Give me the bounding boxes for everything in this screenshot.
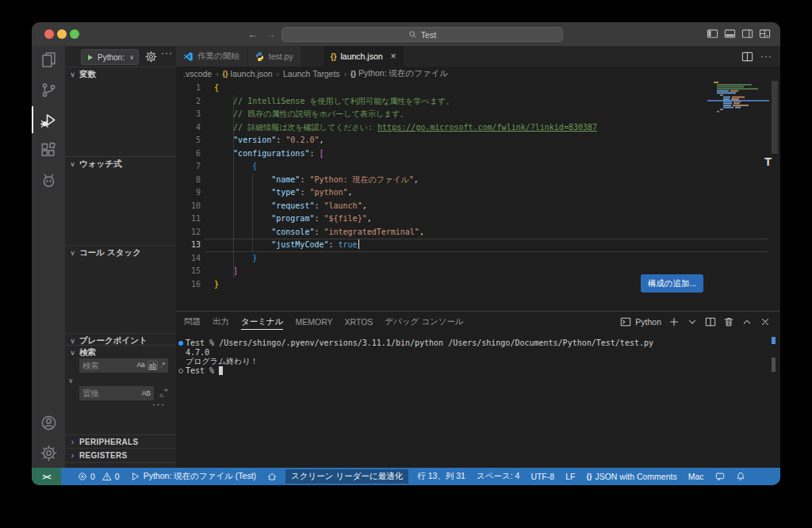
preserve-case-toggle[interactable]: AB (142, 389, 151, 397)
customize-layout-icon[interactable] (759, 28, 771, 40)
activity-item-accounts[interactable] (32, 413, 65, 432)
line-number[interactable]: 7 (176, 160, 201, 174)
whole-word-toggle[interactable]: ab (147, 361, 158, 370)
terminal-scrollbar[interactable] (772, 358, 776, 372)
add-configuration-button[interactable]: 構成の追加... (641, 274, 703, 293)
code-line-14[interactable]: 14 } (176, 252, 780, 266)
code-line-5[interactable]: 5 "version": "0.2.0", (176, 134, 780, 147)
line-number[interactable]: 5 (176, 134, 201, 147)
line-number[interactable]: 4 (176, 121, 201, 135)
code-line-6[interactable]: 6 "configurations": [ (176, 147, 780, 161)
sidebar-section-1[interactable]: ∨ウォッチ式 (69, 158, 176, 170)
editor-scrollbar[interactable] (772, 81, 778, 154)
debug-config-select[interactable]: Python: ∨ (81, 49, 139, 65)
status-home[interactable] (262, 468, 282, 485)
status-notifications[interactable] (730, 468, 751, 485)
debug-start-icon[interactable] (86, 53, 94, 62)
toggle-primary-sidebar-icon[interactable] (707, 28, 718, 40)
code-line-1[interactable]: 1{ (176, 82, 780, 95)
activity-item-source-control[interactable] (32, 80, 65, 99)
replace-input[interactable] (82, 388, 140, 398)
minimap[interactable] (712, 81, 763, 113)
sidebar-section-4[interactable]: ∨検索 (69, 346, 176, 358)
code-line-10[interactable]: 10 "request": "launch", (176, 200, 780, 213)
replace-all-icon[interactable] (159, 388, 169, 398)
code-line-2[interactable]: 2 // IntelliSense を使用して利用可能な属性を学べます。 (176, 95, 780, 109)
line-number[interactable]: 1 (176, 82, 201, 95)
sidebar-section-peripherals[interactable]: ›PERIPHERALS (69, 436, 176, 448)
section-label: コール スタック (79, 247, 141, 258)
line-number[interactable]: 3 (176, 108, 201, 121)
activity-item-explorer[interactable] (32, 50, 65, 69)
back-button[interactable]: ← (247, 29, 258, 40)
sidebar-section-2[interactable]: ∨コール スタック (69, 247, 176, 258)
status-problems[interactable]: 00 (72, 468, 125, 485)
activity-item-extensions[interactable] (32, 140, 65, 159)
forward-button[interactable]: → (266, 29, 276, 40)
editor-more-actions[interactable]: ··· (760, 51, 772, 62)
code-line-8[interactable]: 8 "name": "Python: 現在のファイル", (176, 174, 780, 187)
minimize-window-button[interactable] (57, 29, 67, 39)
status-encoding[interactable]: UTF-8 (525, 468, 560, 485)
code-line-3[interactable]: 3 // 既存の属性の説明をホバーして表示します。 (176, 108, 780, 121)
regex-toggle[interactable]: .* (160, 361, 165, 370)
line-number[interactable]: 11 (176, 212, 201, 226)
line-number[interactable]: 16 (176, 278, 201, 292)
breadcrumb-item-3[interactable]: {}Python: 現在のファイル (350, 68, 448, 79)
sidebar-section-registers[interactable]: ›REGISTERS (69, 450, 176, 461)
debug-more-actions[interactable]: ··· (161, 48, 173, 59)
line-number[interactable]: 14 (176, 252, 201, 266)
debug-settings-gear-icon[interactable] (145, 51, 157, 63)
editor-tab-0[interactable]: 作業の開始 (176, 46, 247, 67)
breadcrumb-item-0[interactable]: .vscode (183, 69, 212, 78)
toggle-secondary-sidebar-icon[interactable] (741, 28, 753, 40)
status-eol[interactable]: LF (560, 468, 580, 485)
status-debug-launch-config[interactable]: Python: 現在のファイル (Test) (125, 468, 262, 485)
breadcrumb-item-1[interactable]: {}launch.json (223, 69, 273, 78)
status-screen-reader-mode[interactable]: スクリーン リーダーに最適化 (285, 469, 408, 484)
code-line-9[interactable]: 9 "type": "python", (176, 186, 780, 200)
status-platform[interactable]: Mac (683, 468, 710, 485)
terminal[interactable]: Test % /Users/shingo/.pyenv/versions/3.1… (178, 312, 780, 468)
toggle-panel-icon[interactable] (724, 28, 736, 40)
split-editor-icon[interactable] (741, 51, 753, 63)
line-number[interactable]: 12 (176, 226, 201, 239)
line-number[interactable]: 8 (176, 174, 201, 187)
close-window-button[interactable] (44, 29, 54, 39)
code-line-11[interactable]: 11 "program": "${file}", (176, 212, 780, 226)
line-number[interactable]: 15 (176, 265, 201, 278)
zoom-window-button[interactable] (70, 29, 79, 39)
line-number[interactable]: 10 (176, 200, 201, 213)
code-line-4[interactable]: 4 // 詳細情報は次を確認してください: https://go.microso… (176, 121, 780, 135)
editor-group: 作業の開始test.py{}launch.json× ··· .vscode›{… (176, 46, 780, 468)
line-number[interactable]: 13 (176, 239, 201, 252)
status-cursor-position[interactable]: 行 13、列 31 (412, 468, 471, 485)
code-line-12[interactable]: 12 "console": "integratedTerminal", (176, 226, 780, 239)
editor-tab-2[interactable]: {}launch.json× (324, 46, 404, 67)
status-indentation[interactable]: スペース: 4 (471, 468, 525, 485)
editor[interactable]: 1{2 // IntelliSense を使用して利用可能な属性を学べます。3 … (176, 81, 780, 311)
code-line-13[interactable]: 13 "justMyCode": true (176, 239, 780, 252)
activity-item-rtos-debugger[interactable] (32, 170, 65, 189)
line-number[interactable]: 2 (176, 95, 201, 109)
breadcrumb-item-2[interactable]: Launch Targets (283, 69, 340, 78)
line-number[interactable]: 6 (176, 147, 201, 161)
sidebar-section-0[interactable]: ∨変数 (69, 68, 176, 80)
status-remote-indicator[interactable]: >< (32, 468, 61, 485)
titlebar: ← → Test (32, 22, 780, 46)
editor-tab-1[interactable]: test.py (247, 46, 301, 67)
search-input[interactable] (82, 361, 134, 370)
command-decoration-icon[interactable] (178, 369, 183, 373)
activity-item-manage[interactable] (32, 443, 65, 462)
status-feedback[interactable] (710, 468, 730, 485)
close-tab-icon[interactable]: × (391, 51, 396, 62)
code-line-7[interactable]: 7 { (176, 160, 780, 174)
status-language-mode[interactable]: {}JSON with Comments (580, 468, 682, 485)
activity-item-run-and-debug[interactable] (32, 110, 65, 129)
match-case-toggle[interactable]: Aa (136, 361, 144, 370)
command-decoration-icon[interactable] (178, 341, 183, 346)
line-number[interactable]: 9 (176, 186, 201, 200)
toggle-replace-icon[interactable]: ∨ (68, 377, 74, 385)
search-more-actions[interactable]: ··· (152, 399, 166, 410)
command-center-search[interactable]: Test (282, 27, 563, 42)
